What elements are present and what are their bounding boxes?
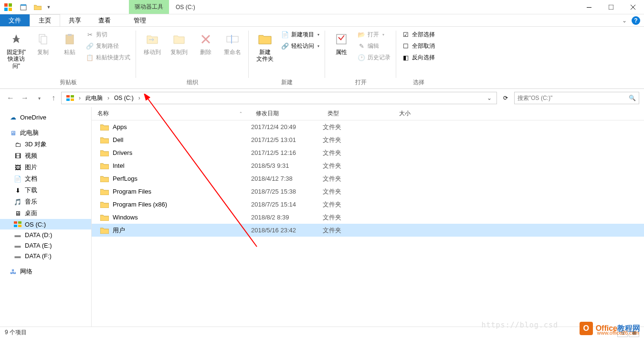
tree-downloads[interactable]: ⬇下载 xyxy=(0,185,91,196)
breadcrumb-drive[interactable]: OS (C:) xyxy=(111,92,137,104)
breadcrumb-pc-icon[interactable] xyxy=(63,92,77,104)
search-box[interactable]: 🔍 xyxy=(514,92,639,104)
nav-recent-dropdown[interactable]: ▾ xyxy=(33,92,45,104)
tab-manage[interactable]: 管理 xyxy=(125,14,155,26)
tab-home[interactable]: 主页 xyxy=(30,14,60,26)
select-all-icon: ☑ xyxy=(402,31,410,39)
file-type: 文件夹 xyxy=(323,162,394,170)
breadcrumb[interactable]: › 此电脑 › OS (C:) › ⌄ xyxy=(61,92,497,104)
chevron-right-icon[interactable]: › xyxy=(78,95,82,101)
minimize-ribbon-icon[interactable]: ⌄ xyxy=(617,14,632,26)
folder-icon xyxy=(100,150,109,156)
tree-videos[interactable]: 🎞视频 xyxy=(0,150,91,162)
file-date: 2018/7/25 15:14 xyxy=(251,201,323,208)
pin-to-quick-access-button[interactable]: 固定到" 快速访问" xyxy=(3,29,30,71)
watermark-logo-icon: O xyxy=(580,322,593,335)
delete-button[interactable]: 删除 xyxy=(192,29,219,57)
properties-button[interactable]: 属性 xyxy=(328,29,355,57)
file-name: Drivers xyxy=(113,149,132,156)
copy-to-button[interactable]: 复制到 xyxy=(166,29,192,57)
select-all-button[interactable]: ☑全部选择 xyxy=(400,30,437,40)
pictures-icon: 🖼 xyxy=(13,164,22,171)
nav-back-button[interactable]: ← xyxy=(5,92,16,104)
table-row[interactable]: Intel2018/5/3 9:31文件夹 xyxy=(92,159,644,172)
tree-desktop[interactable]: 🖥桌面 xyxy=(0,207,91,219)
new-folder-button[interactable]: 新建 文件夹 xyxy=(252,29,278,65)
paste-shortcut-button[interactable]: 📋粘贴快捷方式 xyxy=(84,53,132,63)
history-button[interactable]: 🕑历史记录 xyxy=(356,53,392,63)
table-row[interactable]: Dell2017/12/5 13:01文件夹 xyxy=(92,133,644,146)
qat-new-folder-icon[interactable] xyxy=(31,0,45,14)
easy-access-button[interactable]: 🔗轻松访问▾ xyxy=(279,41,321,51)
minimize-button[interactable] xyxy=(578,0,600,14)
copy-path-button[interactable]: 🔗复制路径 xyxy=(84,41,132,51)
new-item-button[interactable]: 📄新建项目▾ xyxy=(279,30,321,40)
cut-button[interactable]: ✂剪切 xyxy=(84,30,132,40)
navigation-tree[interactable]: ☁OneDrive 🖥此电脑 🗀3D 对象 🎞视频 🖼图片 📄文档 ⬇下载 🎵音… xyxy=(0,107,92,327)
sort-indicator-icon: ⌃ xyxy=(239,111,243,116)
svg-rect-15 xyxy=(66,95,70,98)
help-icon[interactable]: ? xyxy=(632,16,640,25)
breadcrumb-dropdown[interactable]: ⌄ xyxy=(484,95,495,101)
svg-rect-17 xyxy=(66,98,70,101)
move-to-button[interactable]: 移动到 xyxy=(139,29,166,57)
invert-selection-button[interactable]: ◧反向选择 xyxy=(400,53,437,63)
chevron-right-icon[interactable]: › xyxy=(106,95,110,101)
tab-view[interactable]: 查看 xyxy=(90,14,119,26)
nav-up-button[interactable]: ↑ xyxy=(48,92,59,104)
edit-button[interactable]: ✎编辑 xyxy=(356,41,392,51)
search-input[interactable] xyxy=(517,95,629,101)
select-none-button[interactable]: ☐全部取消 xyxy=(400,41,437,51)
svg-rect-12 xyxy=(227,36,238,42)
table-row[interactable]: Drivers2017/12/5 12:16文件夹 xyxy=(92,146,644,159)
tree-data-d[interactable]: ▬DATA (D:) xyxy=(0,229,91,240)
qat-dropdown-icon[interactable]: ▼ xyxy=(45,0,53,14)
app-icon xyxy=(0,0,16,14)
tree-documents[interactable]: 📄文档 xyxy=(0,173,91,185)
table-row[interactable]: Windows2018/8/2 8:39文件夹 xyxy=(92,211,644,224)
column-name[interactable]: 名称⌃ xyxy=(92,109,251,118)
tree-this-pc[interactable]: 🖥此电脑 xyxy=(0,127,91,139)
copy-button[interactable]: 复制 xyxy=(30,29,56,57)
qat-properties-icon[interactable] xyxy=(16,0,31,14)
tree-onedrive[interactable]: ☁OneDrive xyxy=(0,112,91,122)
tab-file[interactable]: 文件 xyxy=(0,14,30,26)
nav-forward-button[interactable]: → xyxy=(19,92,31,104)
chevron-right-icon[interactable]: › xyxy=(137,95,141,101)
tab-share[interactable]: 共享 xyxy=(60,14,90,26)
tree-3d-objects[interactable]: 🗀3D 对象 xyxy=(0,139,91,150)
search-icon[interactable]: 🔍 xyxy=(629,95,636,101)
paste-button[interactable]: 粘贴 xyxy=(56,29,83,57)
tree-os-c[interactable]: OS (C:) xyxy=(0,219,91,229)
column-type[interactable]: 类型 xyxy=(323,109,394,118)
group-organize-label: 组织 xyxy=(139,77,246,87)
file-name: Windows xyxy=(113,214,138,221)
tree-network[interactable]: 🖧网络 xyxy=(0,266,91,277)
svg-rect-11 xyxy=(68,34,72,36)
copy-path-icon: 🔗 xyxy=(86,43,94,50)
svg-rect-4 xyxy=(21,5,26,10)
table-row[interactable]: Apps2017/12/4 20:49文件夹 xyxy=(92,120,644,133)
refresh-button[interactable]: ⟳ xyxy=(499,92,512,104)
rename-button[interactable]: 重命名 xyxy=(219,29,246,57)
close-button[interactable] xyxy=(622,0,644,14)
maximize-button[interactable] xyxy=(600,0,622,14)
folder-icon xyxy=(100,227,109,234)
tree-data-f[interactable]: ▬DATA (F:) xyxy=(0,251,91,261)
open-button[interactable]: 📂打开▾ xyxy=(356,30,392,40)
drive-icon xyxy=(13,220,22,228)
column-size[interactable]: 大小 xyxy=(394,109,452,118)
tree-music[interactable]: 🎵音乐 xyxy=(0,196,91,207)
ribbon-tabs: 文件 主页 共享 查看 管理 ⌄ ? xyxy=(0,14,644,27)
table-row[interactable]: PerfLogs2018/4/12 7:38文件夹 xyxy=(92,172,644,185)
table-row[interactable]: Program Files2018/7/25 15:38文件夹 xyxy=(92,185,644,198)
table-row[interactable]: Program Files (x86)2018/7/25 15:14文件夹 xyxy=(92,198,644,211)
tree-data-e[interactable]: ▬DATA (E:) xyxy=(0,240,91,251)
move-to-icon xyxy=(145,32,160,47)
column-date[interactable]: 修改日期 xyxy=(251,109,323,118)
tree-pictures[interactable]: 🖼图片 xyxy=(0,162,91,173)
onedrive-icon: ☁ xyxy=(9,113,17,121)
svg-rect-16 xyxy=(71,95,74,98)
breadcrumb-this-pc[interactable]: 此电脑 xyxy=(83,92,106,104)
table-row[interactable]: 用户2018/5/16 23:42文件夹 xyxy=(92,224,644,237)
